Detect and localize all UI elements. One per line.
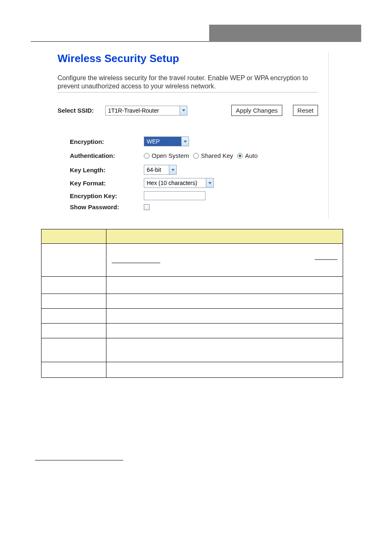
table-cell — [42, 244, 106, 277]
key-format-select[interactable]: Hex (10 characters) — [144, 178, 214, 188]
auth-option-label: Open System — [152, 152, 189, 159]
table-cell — [42, 294, 106, 309]
table-cell — [42, 309, 106, 324]
key-length-label: Key Length: — [70, 166, 144, 173]
chevron-down-icon — [206, 178, 213, 187]
table-cell — [42, 277, 106, 294]
table-cell — [42, 362, 106, 378]
ssid-select-value: 1T1R-Travel-Router — [106, 106, 180, 115]
chevron-down-icon — [181, 137, 189, 146]
encryption-label: Encryption: — [70, 138, 144, 145]
ssid-select[interactable]: 1T1R-Travel-Router — [105, 106, 187, 116]
table-cell — [106, 277, 343, 294]
header-grey-band — [209, 25, 361, 41]
encryption-select[interactable]: WEP — [144, 136, 189, 146]
select-ssid-label: Select SSID: — [58, 107, 103, 114]
key-format-select-value: Hex (10 characters) — [144, 178, 206, 187]
key-length-select-value: 64-bit — [144, 165, 169, 174]
table-cell — [106, 294, 343, 309]
table-header-cell — [106, 229, 343, 244]
table-cell — [106, 309, 343, 324]
table-cell — [106, 324, 343, 338]
key-format-label: Key Format: — [70, 180, 144, 187]
description-table — [41, 229, 343, 378]
encryption-select-value: WEP — [144, 137, 181, 146]
table-cell — [106, 362, 343, 378]
security-panel: Wireless Security Setup Configure the wi… — [58, 52, 329, 219]
chevron-down-icon — [180, 106, 187, 115]
authentication-row: Authentication: Open System Shared Key A… — [70, 152, 318, 159]
underline-segment — [112, 263, 160, 263]
table-cell — [106, 244, 343, 277]
page-title: Wireless Security Setup — [58, 52, 318, 65]
auth-option-label: Auto — [245, 152, 258, 159]
show-password-checkbox[interactable] — [144, 204, 150, 210]
show-password-row: Show Password: — [70, 204, 318, 210]
underline-segment — [315, 259, 337, 260]
footer-divider — [35, 460, 123, 460]
table-cell — [106, 338, 343, 362]
apply-changes-button[interactable]: Apply Changes — [231, 105, 282, 116]
encryption-key-input[interactable] — [144, 191, 205, 200]
radio-icon — [144, 153, 150, 159]
auth-option-label: Shared Key — [201, 152, 233, 159]
table-header-cell — [42, 229, 106, 244]
ssid-row: Select SSID: 1T1R-Travel-Router Apply Ch… — [58, 105, 318, 116]
encryption-key-row: Encryption Key: — [70, 191, 318, 200]
table-cell — [42, 338, 106, 362]
encryption-key-label: Encryption Key: — [70, 192, 144, 199]
auth-auto-radio[interactable]: Auto — [237, 152, 258, 159]
chevron-down-icon — [169, 165, 176, 174]
radio-icon — [237, 153, 243, 159]
authentication-label: Authentication: — [70, 152, 144, 159]
page-description: Configure the wireless security for the … — [58, 74, 318, 90]
top-header — [0, 0, 392, 41]
header-divider — [31, 41, 361, 42]
auth-open-system-radio[interactable]: Open System — [144, 152, 189, 159]
reset-button[interactable]: Reset — [293, 105, 318, 116]
show-password-label: Show Password: — [70, 204, 144, 210]
section-divider — [58, 92, 318, 92]
encryption-row: Encryption: WEP — [70, 136, 318, 146]
table-cell — [42, 324, 106, 338]
key-length-row: Key Length: 64-bit — [70, 165, 318, 175]
key-format-row: Key Format: Hex (10 characters) — [70, 178, 318, 188]
auth-shared-key-radio[interactable]: Shared Key — [193, 152, 233, 159]
key-length-select[interactable]: 64-bit — [144, 165, 177, 175]
radio-icon — [193, 153, 199, 159]
